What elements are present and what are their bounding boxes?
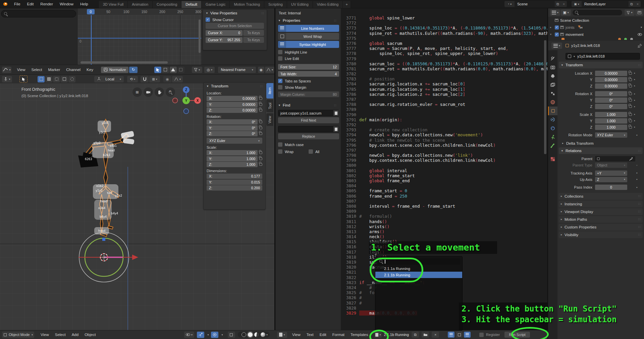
cursor-tool-button[interactable] bbox=[19, 75, 28, 83]
menu-edit[interactable]: Edit bbox=[24, 2, 37, 6]
tab-scene[interactable] bbox=[548, 89, 557, 98]
syntax-highlight-toggle[interactable]: Syntax Highlight bbox=[278, 41, 339, 48]
viewport-menu-object[interactable]: Object bbox=[82, 333, 99, 337]
word-wrap-toggle[interactable]: Word Wrap bbox=[278, 33, 339, 40]
delta-transform-row[interactable]: ▸ Delta Transform bbox=[559, 141, 643, 146]
menu-file[interactable]: File bbox=[11, 2, 24, 6]
lock-icon[interactable] bbox=[259, 132, 262, 135]
tracking-axis-dropdown[interactable]: +Y▾ bbox=[595, 171, 627, 176]
select-mode-extend[interactable] bbox=[68, 76, 75, 82]
tweak-tool-button[interactable] bbox=[154, 67, 161, 73]
workspace-tab-3d-view-full[interactable]: 3D View Full bbox=[99, 1, 128, 8]
render-layer-name[interactable]: RenderLayer bbox=[582, 1, 629, 7]
tab-view-layer[interactable] bbox=[548, 80, 557, 89]
transform-field[interactable]: Z:0° bbox=[207, 131, 258, 136]
proportional-center-icon[interactable]: ◉ bbox=[258, 67, 264, 73]
show-cursor-checkbox[interactable]: ✓ bbox=[206, 17, 210, 22]
mode-dropdown[interactable]: Object Mode▾ bbox=[2, 332, 34, 338]
select-mode-lasso[interactable] bbox=[61, 76, 68, 82]
annotate-tool-button[interactable] bbox=[170, 67, 177, 73]
outliner-row-scene-collection[interactable]: ▸ Scene Collection bbox=[548, 17, 644, 24]
find-from-text-icon[interactable] bbox=[333, 110, 339, 116]
register-checkbox[interactable]: ✓ bbox=[479, 333, 484, 337]
replace-button[interactable]: Replace bbox=[278, 133, 339, 139]
overlay-options-chevron[interactable]: ▾ bbox=[219, 332, 224, 338]
tab-object-data[interactable] bbox=[548, 133, 557, 141]
active-tool-selector[interactable]: ▾ bbox=[2, 76, 12, 82]
property-field[interactable]: 0° bbox=[595, 97, 627, 103]
workspace-tab-motion-tracking[interactable]: Motion Tracking bbox=[230, 1, 264, 8]
tab-bone[interactable] bbox=[548, 141, 557, 150]
gizmo-options-chevron[interactable]: ▾ bbox=[205, 332, 210, 338]
graph-horizontal-scrollbar[interactable] bbox=[80, 61, 168, 64]
lock-icon[interactable] bbox=[629, 105, 632, 108]
line-numbers-toggle-icon[interactable] bbox=[448, 332, 454, 338]
properties-panel-header[interactable]: ▼Properties∷ bbox=[278, 17, 339, 24]
property-field[interactable]: 1.000 bbox=[595, 118, 627, 124]
checkbox[interactable]: ✓ bbox=[555, 32, 559, 37]
sidebar-tab-view[interactable]: View bbox=[266, 113, 273, 126]
lock-icon[interactable] bbox=[629, 113, 632, 116]
falloff-curve-dropdown[interactable]: ▾ bbox=[265, 67, 274, 73]
up-axis-dropdown[interactable]: Z▾ bbox=[595, 177, 627, 182]
show-margin-checkbox[interactable]: ✓ bbox=[278, 85, 282, 89]
workspace-tab-video-editing[interactable]: Video Editing bbox=[313, 1, 343, 8]
snap-magnet-toggle[interactable] bbox=[141, 76, 149, 82]
new-collection-button[interactable] bbox=[635, 9, 643, 16]
panel-custom-properties[interactable]: ▸Custom Properties∷ bbox=[559, 224, 643, 230]
tab-object[interactable] bbox=[548, 107, 557, 115]
replace-input[interactable] bbox=[278, 127, 333, 131]
panel-instancing[interactable]: ▸Instancing∷ bbox=[559, 201, 643, 207]
outliner-search-input[interactable] bbox=[573, 10, 622, 15]
unlink-text-button[interactable]: × bbox=[432, 332, 439, 338]
select-mode-tweak[interactable] bbox=[38, 76, 45, 82]
hide-icon[interactable]: ▾ bbox=[641, 26, 642, 29]
tab-world[interactable] bbox=[548, 98, 557, 107]
panel-header[interactable]: ▼ Transform ∷ bbox=[204, 83, 265, 89]
lock-icon[interactable] bbox=[629, 85, 632, 87]
property-field[interactable]: 0.00000 bbox=[595, 77, 627, 82]
pin-icon[interactable] bbox=[638, 44, 642, 48]
transform-field[interactable]: Y:0° bbox=[207, 125, 258, 131]
panel-motion-paths[interactable]: ▸Motion Paths∷ bbox=[559, 216, 643, 223]
render-layer-icon[interactable]: ▣▾ bbox=[572, 1, 582, 7]
property-field[interactable]: 1.000 bbox=[595, 112, 627, 117]
proportional-editing-toggle[interactable]: ◉ bbox=[163, 76, 171, 82]
animate-dot[interactable]: • bbox=[636, 186, 638, 189]
tab-physics[interactable] bbox=[548, 124, 557, 133]
open-text-button[interactable] bbox=[422, 332, 429, 338]
transform-field[interactable]: X:1.000 bbox=[207, 150, 258, 155]
transform-field[interactable]: Z:0.200 bbox=[207, 185, 262, 191]
axis-gizmo[interactable]: Z X Y bbox=[172, 86, 202, 115]
animate-dot[interactable]: • bbox=[634, 71, 635, 75]
lock-icon[interactable] bbox=[259, 121, 262, 123]
lock-icon[interactable] bbox=[259, 103, 262, 106]
cursor-from-selection-button[interactable]: Cursor from Selection bbox=[206, 23, 264, 29]
workspace-tab-game-logic[interactable]: Game Logic bbox=[202, 1, 230, 8]
parent-field[interactable] bbox=[595, 156, 635, 161]
sidebar-tab-tool[interactable]: Tool bbox=[266, 99, 273, 112]
property-field[interactable]: 0.00000 bbox=[595, 83, 627, 89]
outliner-partial-row[interactable] bbox=[548, 38, 644, 40]
text-menu-edit[interactable]: Edit bbox=[317, 333, 329, 337]
frame-ruler[interactable]: 50100150200250300 bbox=[78, 8, 201, 15]
cursor-y-to-keys-button[interactable]: To Keys bbox=[243, 37, 264, 43]
menu-window[interactable]: Window bbox=[56, 2, 77, 6]
pivot-point-dropdown[interactable]: ⟲▾ bbox=[127, 76, 138, 82]
normalize-refresh-button[interactable]: ↻ bbox=[129, 67, 137, 73]
tab-texture[interactable] bbox=[548, 155, 557, 163]
relations-panel-header[interactable]: ▼Relations∷ bbox=[559, 147, 643, 154]
outliner-filter-button[interactable]: ▾ bbox=[625, 9, 635, 16]
workspace-tab-animation[interactable]: Animation bbox=[128, 1, 153, 8]
panel-header[interactable]: ▼ View Properties ∷ bbox=[203, 10, 267, 16]
render-layer-selector[interactable]: ▣▾ RenderLayer ⧉ × bbox=[572, 1, 641, 7]
camera-view-icon[interactable] bbox=[144, 87, 153, 97]
live-edit-checkbox[interactable]: ✓ bbox=[278, 56, 282, 61]
snap-mode-dropdown[interactable]: Nearest Frame▾ bbox=[218, 67, 256, 73]
workspace-tab-default[interactable]: Default bbox=[181, 1, 202, 8]
channel-search-input[interactable] bbox=[1, 10, 76, 17]
animate-dot[interactable]: • bbox=[634, 84, 635, 88]
graph-menu-key[interactable]: Key bbox=[84, 68, 96, 72]
collapse-icon[interactable]: ▼ bbox=[206, 12, 208, 15]
playhead-line[interactable] bbox=[91, 15, 92, 65]
